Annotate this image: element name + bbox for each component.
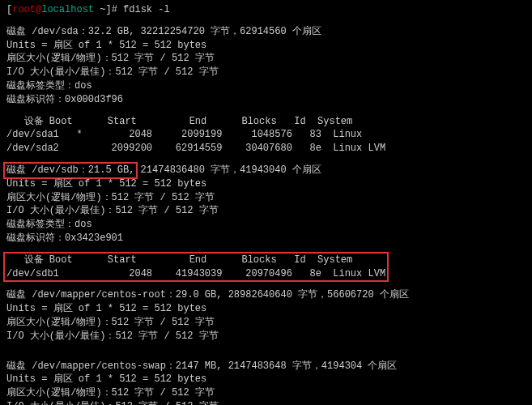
disk-sdb-io: I/O 大小(最小/最佳)：512 字节 / 512 字节	[6, 204, 526, 218]
prompt-path: ~]#	[94, 4, 123, 15]
disk-sdb-units: Units = 扇区 of 1 * 512 = 512 bytes	[6, 177, 526, 191]
highlight-sdb-disk: 磁盘 /dev/sdb：21.5 GB,	[3, 162, 138, 179]
highlight-sdb-partition: 设备 Boot Start End Blocks Id System /dev/…	[3, 252, 389, 283]
disk-sda-io: I/O 大小(最小/最佳)：512 字节 / 512 字节	[6, 66, 526, 79]
prompt-user: root	[12, 4, 36, 15]
mapper-root-units: Units = 扇区 of 1 * 512 = 512 bytes	[6, 302, 526, 316]
sda-partition-columns: 设备 Boot Start End Blocks Id System	[6, 115, 526, 129]
prompt-host: localhost	[41, 4, 94, 15]
mapper-swap-header: 磁盘 /dev/mapper/centos-swap：2147 MB, 2147…	[6, 360, 526, 373]
sda-partition-row: /dev/sda2 2099200 62914559 30407680 8e L…	[6, 142, 526, 156]
disk-sdb-labeltype: 磁盘标签类型：dos	[6, 218, 526, 232]
prompt-line[interactable]: [root@localhost ~]# fdisk -l	[6, 3, 526, 17]
mapper-swap-units: Units = 扇区 of 1 * 512 = 512 bytes	[6, 373, 526, 386]
mapper-root-sector: 扇区大小(逻辑/物理)：512 字节 / 512 字节	[6, 316, 526, 330]
sdb-partition-row: /dev/sdb1 2048 41943039 20970496 8e Linu…	[6, 267, 385, 281]
disk-sdb-sector: 扇区大小(逻辑/物理)：512 字节 / 512 字节	[6, 191, 526, 205]
mapper-swap-io: I/O 大小(最小/最佳)：512 字节 / 512 字节	[6, 400, 526, 405]
mapper-root-header: 磁盘 /dev/mapper/centos-root：29.0 GB, 2898…	[6, 288, 526, 302]
mapper-swap-sector: 扇区大小(逻辑/物理)：512 字节 / 512 字节	[6, 386, 526, 400]
disk-sda-units: Units = 扇区 of 1 * 512 = 512 bytes	[6, 39, 526, 53]
disk-sda-sector: 扇区大小(逻辑/物理)：512 字节 / 512 字节	[6, 52, 526, 66]
disk-sdb-header-line: 磁盘 /dev/sdb：21.5 GB, 21474836480 字节，4194…	[6, 164, 526, 177]
mapper-root-io: I/O 大小(最小/最佳)：512 字节 / 512 字节	[6, 330, 526, 343]
disk-sdb-identifier: 磁盘标识符：0x3423e901	[6, 232, 526, 245]
command-text: fdisk -l	[123, 4, 170, 15]
sdb-partition-columns: 设备 Boot Start End Blocks Id System	[6, 254, 385, 267]
disk-sda-labeltype: 磁盘标签类型：dos	[6, 79, 526, 93]
disk-sdb-header-rest: 21474836480 字节，41943040 个扇区	[134, 164, 321, 176]
disk-sda-identifier: 磁盘标识符：0x000d3f96	[6, 93, 526, 107]
sda-partition-row: /dev/sda1 * 2048 2099199 1048576 83 Linu…	[6, 128, 526, 142]
disk-sda-header: 磁盘 /dev/sda：32.2 GB, 32212254720 字节，6291…	[6, 25, 526, 39]
